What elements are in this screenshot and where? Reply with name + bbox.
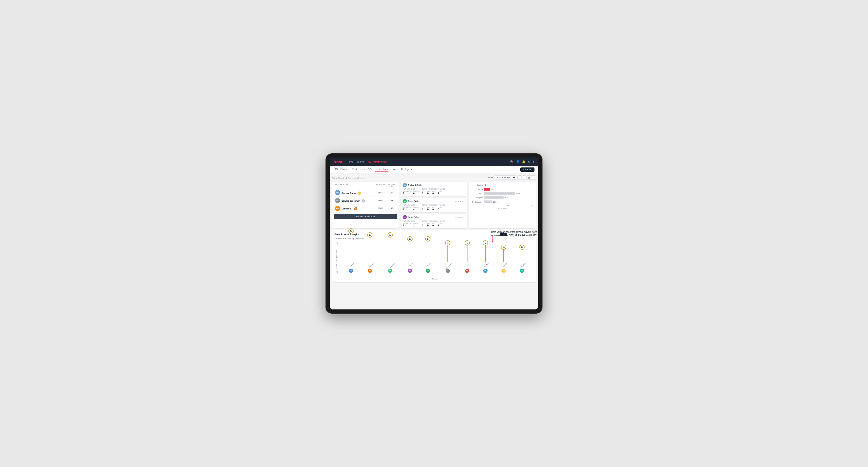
arg-rees: ARG 0 (432, 206, 436, 211)
team-header: Team Clippd 14 Players 14 Players Show L… (332, 176, 536, 180)
stat-player-name-josh: Josh Coles (408, 216, 420, 218)
stat-rounds-rees: Total Rounds Tournament 8 Practice 4 (403, 204, 419, 211)
player-name-block-2: Edward Crossman 2 (342, 198, 365, 203)
lollipop-stick (351, 234, 351, 262)
lollipop-bubble: 4x (445, 240, 450, 246)
tab-pga[interactable]: PGA (352, 167, 357, 172)
top-nav: clippd Home Teams My Performance 🔍 👤 🔔 ⚙… (330, 158, 538, 166)
bar-row: D. Bogeys + 131 (471, 200, 534, 203)
tab-team-clippd[interactable]: Team Clippd (375, 167, 389, 172)
nav-home[interactable]: Home (346, 159, 353, 164)
avatar-icon[interactable]: ● (533, 160, 534, 163)
lollipop-stick (467, 246, 467, 262)
stat-activities-josh: Total Practice Activities OTT 0 APP 0 (422, 220, 445, 227)
tab-all-players[interactable]: All Players (401, 167, 412, 172)
nav-teams[interactable]: Teams (357, 159, 365, 164)
lollipop-stick (522, 250, 522, 262)
activities-row-richard: OTT 0 APP 0 ARG 0 (422, 190, 445, 195)
team-name: Team Clippd (332, 177, 344, 179)
add-team-button[interactable]: Add Team (520, 167, 534, 172)
rounds-title-rees: Total Rounds (403, 204, 419, 206)
bar-row: Pars 499 (471, 192, 534, 195)
avatar-1: RB (335, 190, 340, 195)
secondary-nav: PGAT Players PGA Hcaps 1-5 Team Clippd T… (330, 166, 538, 173)
stat-card-header-rees: RB Rees Britt 02 Sep 2023 (403, 199, 466, 203)
stat-avatar-initials-josh: JC (403, 215, 407, 219)
tournament-richard: Tournament 7 (403, 190, 411, 195)
user-icon[interactable]: 👤 (516, 160, 520, 163)
show-label: Show (488, 177, 493, 179)
app-rees: APP 0 (427, 206, 431, 211)
rank-badge-1: 1 (358, 191, 361, 195)
search-icon[interactable]: 🔍 (510, 160, 514, 163)
stat-body-josh: Total Rounds Tournament 7 Practice 2 (403, 220, 466, 227)
app-richard: APP 0 (427, 190, 431, 195)
player-info-1: RB Richard Butler 1 (335, 190, 375, 195)
view-leaderboard-button[interactable]: View Full Leaderboard (334, 214, 397, 219)
table-header: PLAYER NAME PB SCORE PB AVG SQ (334, 184, 397, 189)
streaks-subtitle: Off The Tee, Fairway Accuracy (335, 238, 533, 240)
player-name-3: Cameron... (342, 208, 352, 210)
lollipop-item: 7x E. Ewart EE (348, 228, 353, 273)
tab-hcaps[interactable]: Hcaps 1-5 (361, 167, 372, 172)
stat-avatar-josh: JC (403, 215, 407, 219)
rank-badge-3: 3 (354, 207, 357, 210)
team-controls: Show Last 3 months ⊞ ≡ ▦ ↕ (488, 176, 536, 180)
activities-title-rees: Total Practice Activities (422, 204, 445, 206)
content-grid: PLAYER NAME PB SCORE PB AVG SQ RB Richar… (332, 182, 536, 228)
logo: clippd (334, 160, 342, 164)
lollipop-bubble: 3x (519, 245, 525, 250)
bar-value: 3 (485, 184, 486, 186)
card-view-icon[interactable]: ▦ (527, 176, 531, 180)
rounds-row-rees: Tournament 8 Practice 4 (403, 206, 419, 211)
list-view-icon[interactable]: ≡ (522, 176, 526, 180)
player-name-block-1: Richard Butler 1 (342, 191, 361, 195)
settings-icon[interactable]: ⚙ (528, 160, 530, 163)
lollipop-stick (503, 250, 504, 262)
putt-rees: PUTT 0 (438, 206, 442, 211)
lollipop-stick (370, 238, 370, 262)
table-row: RB Richard Butler 1 19/20 110 (334, 189, 397, 197)
lollipop-stick (485, 246, 486, 262)
stat-card-josh: JC Josh Coles 26 Aug 2023 Total Rounds (401, 214, 467, 228)
avg-3: 103 (386, 207, 396, 210)
activities-row-josh: OTT 0 APP 0 ARG 0 (422, 222, 445, 227)
y-axis-ticks: 0 2 4 6 8 (337, 242, 339, 273)
stat-card-header-richard: RB Richard Butler (403, 183, 466, 187)
lollipop-item: 4x M. Miller MM (483, 240, 488, 273)
tab-tour[interactable]: Tour (392, 167, 397, 172)
lollipop-items: 7x E. Ewart EE 6x B. McHarg BM 6x D. Bil… (342, 242, 531, 273)
bar-fill (484, 188, 490, 191)
table-row: CM Cameron... 3 17/20 103 (334, 205, 397, 212)
rounds-row-richard: Tournament 7 Practice 6 (403, 190, 419, 195)
bar-label: Bogeys (471, 197, 484, 199)
bar-container: 311 (484, 196, 534, 199)
bar-container: 131 (484, 200, 534, 203)
bell-icon[interactable]: 🔔 (522, 160, 526, 163)
lollipop-chart-area: 0 2 4 6 8 7x E. Ewart EE 6x (337, 242, 533, 280)
stat-card-rees: RB Rees Britt 02 Sep 2023 Total Rounds (401, 198, 467, 212)
bar-value: 131 (493, 201, 496, 203)
period-select[interactable]: Last 3 months (495, 176, 516, 180)
bar-fill (484, 196, 503, 199)
lollipop-bubble: 5x (407, 236, 412, 242)
player-dot: MM (483, 269, 488, 273)
bar-row: Birdies 96 (471, 188, 534, 191)
player-info-3: CM Cameron... 3 (335, 206, 375, 211)
player-dot: DF (465, 269, 469, 273)
lollipop-item: 6x D. Billingham DB (386, 232, 394, 273)
tab-pgat[interactable]: PGAT Players (334, 167, 348, 172)
stat-card-richard: RB Richard Butler Total Rounds Tourname (401, 182, 467, 196)
team-player-count: 14 Players (355, 177, 365, 179)
table-view-icon[interactable]: ↕ (532, 176, 536, 180)
avatar-2: EC (335, 198, 340, 203)
bar-value: 499 (516, 192, 519, 195)
stat-date-josh: 26 Aug 2023 (455, 216, 465, 218)
tablet-screen: clippd Home Teams My Performance 🔍 👤 🔔 ⚙… (330, 158, 538, 309)
avatar-initials-2: EC (335, 198, 340, 203)
grid-view-icon[interactable]: ⊞ (518, 176, 522, 180)
x-ticks: 0200400 (471, 205, 534, 206)
nav-my-performance[interactable]: My Performance (368, 159, 387, 164)
app-josh: APP 0 (427, 222, 431, 227)
stat-date-rees: 02 Sep 2023 (455, 200, 465, 203)
